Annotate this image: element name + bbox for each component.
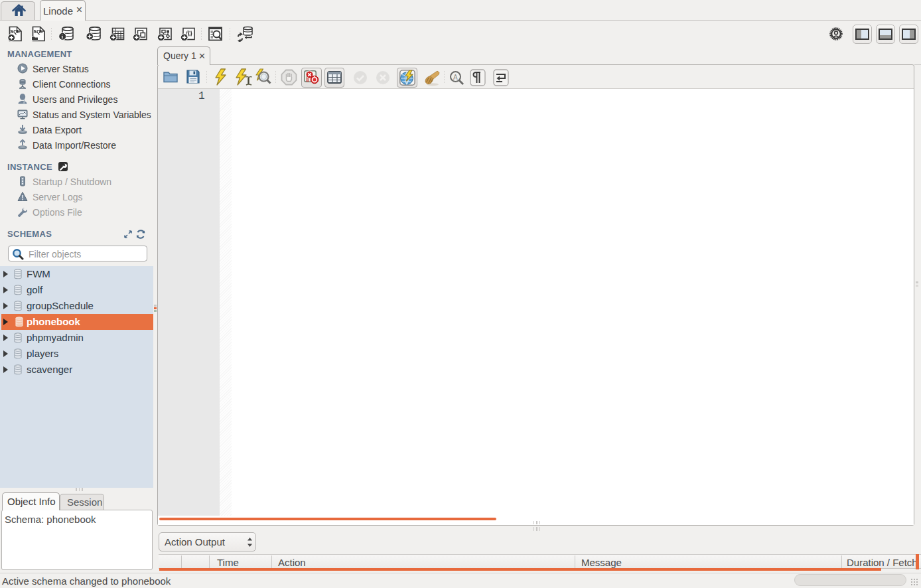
- svg-text:SQL: SQL: [34, 29, 44, 35]
- svg-text:A: A: [453, 74, 458, 81]
- svg-text:SQL: SQL: [11, 29, 21, 35]
